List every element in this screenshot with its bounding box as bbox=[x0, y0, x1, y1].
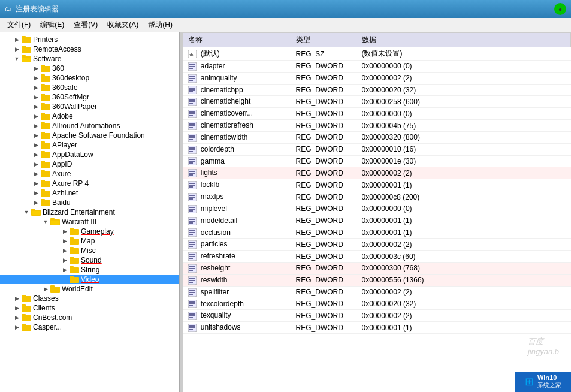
menu-favorites[interactable]: 收藏夹(A) bbox=[102, 19, 143, 31]
table-row[interactable]: miplevel REG_DWORD 0x00000000 (0) bbox=[183, 203, 571, 215]
tree-label: Map bbox=[81, 237, 95, 245]
tree-item-appid[interactable]: AppID bbox=[0, 159, 179, 169]
table-row[interactable]: gamma REG_DWORD 0x0000001e (30) bbox=[183, 155, 571, 167]
table-row[interactable]: texcolordepth REG_DWORD 0x00000020 (32) bbox=[183, 298, 571, 310]
folder-icon bbox=[41, 170, 50, 178]
tree-label: Azhi.net bbox=[52, 189, 78, 197]
tree-item-apache[interactable]: Apache Software Foundation bbox=[0, 131, 179, 140]
svg-rect-26 bbox=[41, 151, 45, 153]
folder-icon bbox=[70, 237, 79, 245]
tree-item-gameplay[interactable]: Gameplay bbox=[0, 227, 179, 236]
svg-rect-148 bbox=[189, 301, 195, 303]
table-row[interactable]: unitshadows REG_DWORD 0x00000001 (1) bbox=[183, 322, 571, 334]
tree-item-adobe[interactable]: Adobe bbox=[0, 111, 179, 121]
reg-type-cell: REG_DWORD bbox=[291, 167, 357, 179]
table-row[interactable]: colordepth REG_DWORD 0x00000010 (16) bbox=[183, 143, 571, 155]
reg-name: particles bbox=[201, 240, 228, 248]
table-row[interactable]: maxfps REG_DWORD 0x000000c8 (200) bbox=[183, 191, 571, 203]
tree-item-axurerp4[interactable]: Axure RP 4 bbox=[0, 179, 179, 188]
table-row[interactable]: reswidth REG_DWORD 0x00000556 (1366) bbox=[183, 274, 571, 286]
reg-type-icon bbox=[188, 228, 197, 237]
svg-rect-6 bbox=[22, 58, 31, 62]
reg-name-cell: cinematicwidth bbox=[183, 131, 291, 143]
table-row[interactable]: cinematicoverr... REG_DWORD 0x00000000 (… bbox=[183, 108, 571, 120]
tree-label: AppID bbox=[52, 160, 72, 168]
reg-data-cell: 0x00000001 (1) bbox=[357, 215, 571, 227]
tree-item-cnbest[interactable]: CnBest.com bbox=[0, 313, 179, 322]
tree-item-sound[interactable]: Sound bbox=[0, 255, 179, 265]
tree-item-360softmgr[interactable]: 360SoftMgr bbox=[0, 92, 179, 102]
table-row[interactable]: lights REG_DWORD 0x00000002 (2) bbox=[183, 167, 571, 179]
maximize-button[interactable]: ● bbox=[554, 3, 566, 15]
table-row[interactable]: cinematicwidth REG_DWORD 0x00000320 (800… bbox=[183, 131, 571, 143]
tree-item-remoteaccess[interactable]: RemoteAccess bbox=[0, 44, 179, 54]
tree-item-video[interactable]: Video bbox=[0, 275, 179, 284]
window-title: 注册表编辑器 bbox=[16, 4, 59, 14]
svg-rect-30 bbox=[41, 170, 45, 172]
reg-name: spellfilter bbox=[201, 288, 229, 296]
table-row[interactable]: spellfilter REG_DWORD 0x00000002 (2) bbox=[183, 286, 571, 298]
table-row[interactable]: cinematicrefresh REG_DWORD 0x0000004b (7… bbox=[183, 120, 571, 132]
table-row[interactable]: occlusion REG_DWORD 0x00000001 (1) bbox=[183, 227, 571, 239]
tree-item-misc[interactable]: Misc bbox=[0, 246, 179, 255]
tree-item-casper[interactable]: Casper... bbox=[0, 322, 179, 332]
tree-item-aplayer[interactable]: APlayer bbox=[0, 140, 179, 150]
tree-label: WorldEdit bbox=[62, 285, 93, 293]
menu-help[interactable]: 帮助(H) bbox=[143, 19, 177, 31]
table-row[interactable]: refreshrate REG_DWORD 0x0000003c (60) bbox=[183, 251, 571, 263]
reg-name: unitshadows bbox=[201, 323, 241, 331]
svg-rect-70 bbox=[189, 68, 193, 69]
reg-name-cell: cinematicoverr... bbox=[183, 108, 291, 120]
reg-type-icon bbox=[188, 62, 197, 71]
tree-label: 360 bbox=[52, 64, 64, 73]
reg-type-icon bbox=[188, 264, 197, 273]
tree-item-map[interactable]: Map bbox=[0, 236, 179, 246]
svg-rect-82 bbox=[189, 103, 193, 104]
tree-item-printers[interactable]: Printers bbox=[0, 35, 179, 44]
reg-name: texquality bbox=[201, 311, 231, 319]
tree-item-blizzard[interactable]: Blizzard Entertainment bbox=[0, 207, 179, 217]
tree-item-360wallpaper[interactable]: 360WallPaper bbox=[0, 102, 179, 111]
table-row[interactable]: cinematicbpp REG_DWORD 0x00000020 (32) bbox=[183, 84, 571, 96]
tree-item-360safe[interactable]: 360safe bbox=[0, 83, 179, 92]
menu-view[interactable]: 查看(V) bbox=[69, 19, 102, 31]
table-row[interactable]: resheight REG_DWORD 0x00000300 (768) bbox=[183, 263, 571, 275]
tree-item-360[interactable]: 360 bbox=[0, 64, 179, 73]
svg-rect-105 bbox=[189, 173, 195, 174]
tree-item-360desktop[interactable]: 360desktop bbox=[0, 73, 179, 83]
menu-edit[interactable]: 编辑(E) bbox=[35, 19, 69, 31]
reg-type-cell: REG_DWORD bbox=[291, 84, 357, 96]
tree-item-clients[interactable]: Clients bbox=[0, 303, 179, 313]
table-row[interactable]: animquality REG_DWORD 0x00000002 (2) bbox=[183, 72, 571, 84]
tree-label: RemoteAccess bbox=[33, 45, 81, 53]
table-row[interactable]: adapter REG_DWORD 0x00000000 (0) bbox=[183, 61, 571, 73]
tree-label: Apache Software Foundation bbox=[52, 131, 145, 140]
reg-data-cell: 0x00000000 (0) bbox=[357, 108, 571, 120]
svg-rect-49 bbox=[70, 258, 79, 264]
tree-item-axure[interactable]: Axure bbox=[0, 169, 179, 179]
table-row[interactable]: texquality REG_DWORD 0x00000002 (2) bbox=[183, 310, 571, 322]
folder-icon bbox=[41, 64, 50, 73]
menu-file[interactable]: 文件(F) bbox=[2, 19, 35, 31]
tree-item-string[interactable]: String bbox=[0, 265, 179, 275]
table-row[interactable]: lockfb REG_DWORD 0x00000001 (1) bbox=[183, 179, 571, 191]
tree-item-software[interactable]: Software bbox=[0, 54, 179, 64]
tree-label: Warcraft III bbox=[62, 218, 96, 226]
reg-name: maxfps bbox=[201, 192, 224, 201]
table-row[interactable]: particles REG_DWORD 0x00000002 (2) bbox=[183, 239, 571, 251]
table-row[interactable]: ab (默认) REG_SZ (数值未设置) bbox=[183, 47, 571, 61]
registry-tree[interactable]: Printers RemoteAccess Software 360 360de… bbox=[0, 32, 180, 392]
svg-rect-137 bbox=[189, 268, 195, 269]
table-row[interactable]: modeldetail REG_DWORD 0x00000001 (1) bbox=[183, 215, 571, 227]
tree-item-classes[interactable]: Classes bbox=[0, 294, 179, 303]
tree-item-baidu[interactable]: Baidu bbox=[0, 198, 179, 207]
table-row[interactable]: cinematicheight REG_DWORD 0x00000258 (60… bbox=[183, 96, 571, 108]
tree-item-worldedit[interactable]: WorldEdit bbox=[0, 284, 179, 294]
tree-item-warcraft[interactable]: Warcraft III bbox=[0, 217, 179, 227]
reg-name: cinematicoverr... bbox=[201, 109, 253, 117]
tree-item-appdatalow[interactable]: AppDataLow bbox=[0, 150, 179, 159]
tree-item-allround[interactable]: Allround Automations bbox=[0, 121, 179, 131]
folder-icon bbox=[41, 179, 50, 188]
svg-rect-31 bbox=[41, 181, 50, 187]
tree-item-azhi[interactable]: Azhi.net bbox=[0, 188, 179, 198]
